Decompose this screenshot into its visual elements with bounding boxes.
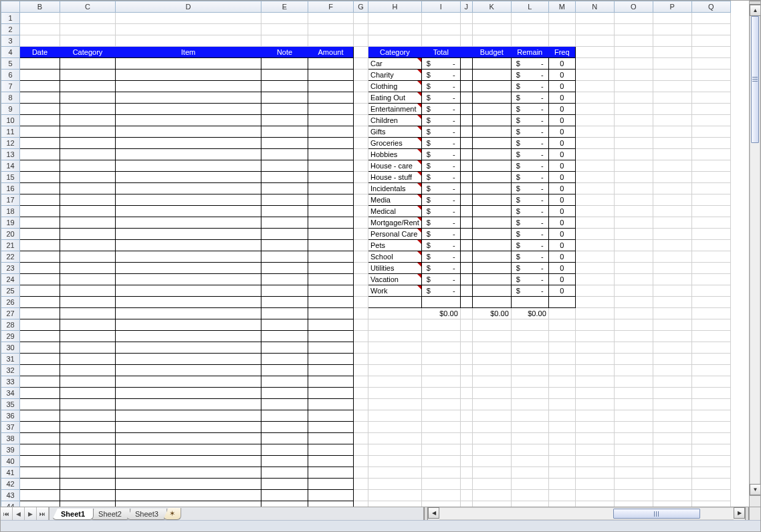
cell-H38[interactable] (368, 433, 422, 444)
cell-G3[interactable] (354, 35, 368, 47)
cell-P12[interactable] (653, 138, 691, 149)
cell-N32[interactable] (575, 365, 614, 376)
cell-N39[interactable] (575, 444, 614, 456)
vscroll-thumb[interactable] (751, 16, 759, 143)
cell-D14[interactable] (116, 160, 261, 172)
cell-C31[interactable] (60, 354, 116, 365)
cell-G2[interactable] (354, 24, 368, 35)
cell-D7[interactable] (116, 81, 261, 92)
cell-F14[interactable] (308, 160, 354, 172)
cell-H19[interactable]: Mortgage/Rent (368, 217, 422, 229)
cell-M12[interactable]: 0 (548, 138, 575, 149)
cell-H44[interactable] (368, 501, 422, 507)
cell-E9[interactable] (261, 104, 308, 115)
sheet-tab-sheet1[interactable]: Sheet1 (52, 509, 94, 520)
cell-K21[interactable] (472, 240, 511, 251)
cell-M5[interactable]: 0 (548, 58, 575, 70)
cell-O28[interactable] (614, 319, 653, 331)
cell-O9[interactable] (614, 104, 653, 115)
cell-H40[interactable] (368, 456, 422, 467)
cell-F6[interactable] (308, 70, 354, 81)
cell-J32[interactable] (460, 365, 472, 376)
cell-O7[interactable] (614, 81, 653, 92)
cell-Q5[interactable] (691, 58, 730, 70)
cell-D13[interactable] (116, 149, 261, 160)
cell-O4[interactable] (614, 47, 653, 58)
cell-Q16[interactable] (691, 183, 730, 194)
cell-O37[interactable] (614, 422, 653, 433)
cell-Q21[interactable] (691, 240, 730, 251)
cell-N2[interactable] (575, 24, 614, 35)
cell-C5[interactable] (60, 58, 116, 70)
cell-D18[interactable] (116, 206, 261, 217)
cell-I27[interactable]: $0.00 (421, 308, 460, 319)
cell-M6[interactable]: 0 (548, 70, 575, 81)
cell-L9[interactable]: $- (511, 104, 548, 115)
cell-C2[interactable] (60, 24, 116, 35)
cell-Q13[interactable] (691, 149, 730, 160)
row-header-24[interactable]: 24 (1, 274, 20, 285)
cell-J40[interactable] (460, 456, 472, 467)
cell-C33[interactable] (60, 376, 116, 388)
row-header-41[interactable]: 41 (1, 467, 20, 479)
col-header-Q[interactable]: Q (691, 1, 730, 13)
cell-K4[interactable]: Budget (472, 47, 511, 58)
cell-C29[interactable] (60, 331, 116, 342)
cell-C38[interactable] (60, 433, 116, 444)
cell-B30[interactable] (20, 342, 60, 354)
cell-J44[interactable] (460, 501, 472, 507)
cell-B33[interactable] (20, 376, 60, 388)
row-header-28[interactable]: 28 (1, 319, 20, 331)
cell-G35[interactable] (354, 399, 368, 410)
cell-D42[interactable] (116, 479, 261, 490)
cell-C7[interactable] (60, 81, 116, 92)
cell-E15[interactable] (261, 172, 308, 183)
cell-D32[interactable] (116, 365, 261, 376)
cell-C41[interactable] (60, 467, 116, 479)
cell-O30[interactable] (614, 342, 653, 354)
row-header-15[interactable]: 15 (1, 172, 20, 183)
cell-B19[interactable] (20, 217, 60, 229)
cell-E11[interactable] (261, 126, 308, 138)
cell-N28[interactable] (575, 319, 614, 331)
cell-N43[interactable] (575, 490, 614, 501)
cell-H31[interactable] (368, 354, 422, 365)
cell-L5[interactable]: $- (511, 58, 548, 70)
cell-J14[interactable] (460, 160, 472, 172)
cell-B8[interactable] (20, 92, 60, 104)
cell-H32[interactable] (368, 365, 422, 376)
cell-J15[interactable] (460, 172, 472, 183)
cell-B7[interactable] (20, 81, 60, 92)
cell-C24[interactable] (60, 274, 116, 285)
cell-I41[interactable] (421, 467, 460, 479)
cell-L40[interactable] (511, 456, 548, 467)
cell-P31[interactable] (653, 354, 691, 365)
cell-C34[interactable] (60, 388, 116, 399)
cell-O11[interactable] (614, 126, 653, 138)
cell-H35[interactable] (368, 399, 422, 410)
cell-K40[interactable] (472, 456, 511, 467)
cell-K11[interactable] (472, 126, 511, 138)
cell-G29[interactable] (354, 331, 368, 342)
cell-O19[interactable] (614, 217, 653, 229)
cell-M30[interactable] (548, 342, 575, 354)
scroll-down-button[interactable]: ▼ (750, 484, 760, 495)
cell-F32[interactable] (308, 365, 354, 376)
cell-I9[interactable]: $- (421, 104, 460, 115)
cell-Q39[interactable] (691, 444, 730, 456)
cell-J16[interactable] (460, 183, 472, 194)
cell-Q14[interactable] (691, 160, 730, 172)
cell-L12[interactable]: $- (511, 138, 548, 149)
cell-D6[interactable] (116, 70, 261, 81)
row-header-33[interactable]: 33 (1, 376, 20, 388)
cell-H42[interactable] (368, 479, 422, 490)
cell-I4[interactable]: Total (421, 47, 460, 58)
cell-B32[interactable] (20, 365, 60, 376)
cell-O23[interactable] (614, 263, 653, 274)
cell-F31[interactable] (308, 354, 354, 365)
cell-B40[interactable] (20, 456, 60, 467)
cell-C23[interactable] (60, 263, 116, 274)
cell-P16[interactable] (653, 183, 691, 194)
cell-N27[interactable] (575, 308, 614, 319)
cell-G42[interactable] (354, 479, 368, 490)
